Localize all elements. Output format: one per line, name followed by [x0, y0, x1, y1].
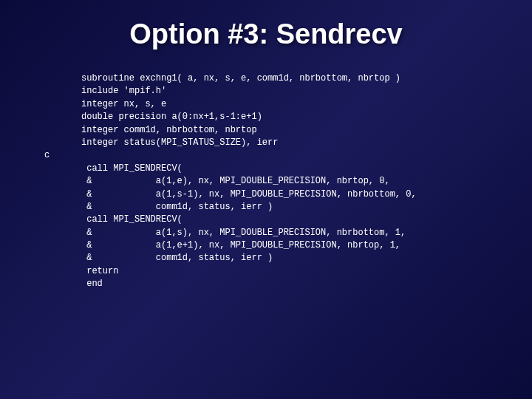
code-line-9: & a(1,s-1), nx, MPI_DOUBLE_PRECISION, nb…	[0, 188, 532, 201]
code-line-1: subroutine exchng1( a, nx, s, e, comm1d,…	[0, 72, 532, 85]
code-line-12: & a(1,s), nx, MPI_DOUBLE_PRECISION, nbrb…	[0, 227, 532, 239]
code-line-3: integer nx, s, e	[0, 98, 532, 111]
code-line-15: return	[0, 265, 532, 278]
code-line-16: end	[0, 278, 532, 290]
code-line-14: & comm1d, status, ierr )	[0, 252, 532, 265]
slide-title: Option #3: Sendrecv	[0, 0, 532, 72]
code-line-2: include 'mpif.h'	[0, 85, 532, 98]
code-comment: c	[0, 149, 532, 162]
code-line-11: call MPI_SENDRECV(	[0, 214, 532, 226]
code-line-5: integer comm1d, nbrbottom, nbrtop	[0, 124, 532, 137]
code-line-6: integer status(MPI_STATUS_SIZE), ierr	[0, 137, 532, 149]
code-line-8: & a(1,e), nx, MPI_DOUBLE_PRECISION, nbrt…	[0, 175, 532, 188]
code-line-13: & a(1,e+1), nx, MPI_DOUBLE_PRECISION, nb…	[0, 239, 532, 252]
code-line-4: double precision a(0:nx+1,s-1:e+1)	[0, 111, 532, 123]
code-line-10: & comm1d, status, ierr )	[0, 201, 532, 214]
code-line-7: call MPI_SENDRECV(	[0, 163, 532, 175]
